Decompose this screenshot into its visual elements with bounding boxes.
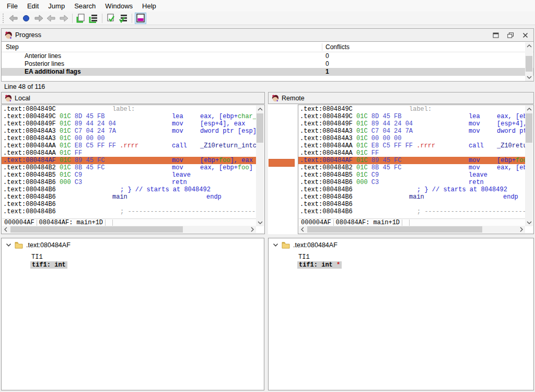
window-float-button[interactable] [507,32,514,38]
progress-row[interactable]: Anterior lines0 [2,52,533,60]
disasm-line[interactable]: .text:080484B6 [2,201,256,208]
disasm-line[interactable]: .text:0804849Clabel: [2,106,256,113]
disasm-line[interactable]: .text:0804849C 01C 8D 45 FBleaeax, [ebp+… [2,113,256,120]
accept-remote-doc-button[interactable] [105,13,117,24]
tree-node-label[interactable]: .text:080484AF [26,241,71,249]
tree-item-tif1[interactable]: tif1: int [30,261,67,269]
menu-file[interactable]: File [2,1,22,11]
menu-edit[interactable]: Edit [22,1,43,11]
next-diff-button[interactable] [58,13,69,24]
scroll-thumb[interactable] [526,113,532,143]
disasm-line[interactable]: .text:080484B6mainendp [2,193,256,201]
address: .text:080484A3 [3,128,56,135]
diff-marker[interactable] [269,159,295,167]
chevron-down-icon[interactable] [273,243,278,247]
menu-jump[interactable]: Jump [43,1,69,11]
scroll-right-icon[interactable] [249,226,256,233]
progress-titlebar[interactable]: Progress [1,28,534,42]
disasm-line[interactable]: .text:080484AA 01C E8 C5 FF FF .rrrrcall… [2,142,256,149]
disasm-line[interactable]: .text:080484B6; ------------------------… [2,208,256,215]
document-stack-icon [89,14,98,23]
tree-item-ti1[interactable]: TI1 [31,253,43,261]
disasm-line[interactable]: .text:080484B2 01C 8B 45 FCmoveax, [ebp+… [298,164,525,171]
remote-horizontal-scrollbar[interactable] [299,226,525,233]
scroll-down-icon[interactable] [256,219,264,226]
disasm-line[interactable]: .text:080484B6 [298,201,525,208]
scroll-left-icon[interactable] [2,226,9,233]
scroll-thumb[interactable] [526,56,532,72]
scroll-up-icon[interactable] [525,42,533,50]
disasm-line[interactable]: .text:080484B6 000 C3retn [2,179,256,186]
tree-node-address[interactable]: .text:080484AF [6,241,71,249]
accept-remote-list-button[interactable] [118,13,129,24]
tree-item-ti1[interactable]: TI1 [298,253,310,261]
disasm-line[interactable]: .text:080484AA 01C FF [298,149,525,157]
disasm-line[interactable]: .text:080484B6 000 C3retn [298,179,525,186]
disasm-line[interactable]: .text:080484B2 01C 8B 45 FCmoveax, [ebp+… [2,164,256,171]
disasm-line[interactable]: .text:080484B6; } // starts at 8048492 [2,186,256,193]
toolbar-drag-handle[interactable] [3,14,5,23]
scroll-thumb[interactable] [10,226,183,233]
disasm-line[interactable]: .text:080484A3 01C C7 04 24 7Amovdword p… [2,128,256,135]
local-vertical-scrollbar[interactable] [256,106,264,226]
forward-arrow-button[interactable] [33,13,44,24]
disasm-line[interactable]: .text:080484B5 01C C9leave [2,171,256,179]
disasm-line[interactable]: .text:0804849C 01C 8D 45 FBleaeax, [ebp+… [298,113,525,120]
menu-search[interactable]: Search [69,1,100,11]
scroll-down-icon[interactable] [525,74,533,81]
maximize-icon [493,32,499,38]
local-disassembly-listing[interactable]: .text:0804849Clabel:.text:0804849C 01C 8… [1,105,265,234]
opcode-bytes: 89 45 FC [368,157,402,164]
disasm-line[interactable]: .text:0804849F 01C 89 44 24 04mov[esp+4]… [2,120,256,128]
tree-node-label[interactable]: .text:080484AF [293,241,338,249]
current-position-button[interactable] [20,13,32,24]
disasm-line[interactable]: .text:080484B6; ------------------------… [298,208,525,215]
scroll-right-icon[interactable] [518,226,525,233]
disasm-line[interactable]: .text:080484AA 01C E8 C5 FF FF .rrrrcall… [298,142,525,149]
progress-scrollbar[interactable] [525,42,533,81]
disasm-line[interactable]: .text:080484A3 01C 00 00 00 [2,135,256,142]
remote-vertical-scrollbar[interactable] [525,106,533,226]
menu-help[interactable]: Help [137,1,161,11]
menu-windows[interactable]: Windows [100,1,137,11]
disasm-line[interactable]: .text:0804849F 01C 89 44 24 04mov[esp+4]… [298,120,525,128]
disasm-line[interactable]: .text:080484A3 01C C7 04 24 7Amovdword p… [298,128,525,135]
scroll-up-icon[interactable] [525,106,533,113]
disasm-line-current[interactable]: .text:080484AF 01C 89 45 FCmov[ebp+foo],… [2,157,256,164]
window-close-button[interactable] [522,32,528,38]
scroll-up-icon[interactable] [256,106,264,113]
back-arrow-button[interactable] [8,13,19,24]
column-conflicts[interactable]: Conflicts [322,43,350,51]
disasm-line[interactable]: .text:080484B6mainendp [298,193,525,201]
scroll-down-icon[interactable] [525,219,533,226]
prev-diff-button[interactable] [45,13,57,24]
chevron-down-icon[interactable] [6,243,11,247]
disasm-line[interactable]: .text:080484B6; } // starts at 8048492 [298,186,525,193]
table-header[interactable]: Step Conflicts [2,42,533,52]
tree-item-tif1[interactable]: tif1: int * [297,261,342,269]
disasm-line[interactable]: .text:080484AA 01C FF [2,149,256,157]
operand-text: dword ptr [esp], 7Ah [200,128,256,135]
accept-local-doc-button[interactable] [75,13,87,24]
disasm-line-current[interactable]: .text:080484AF 01C 89 45 FCmov[ebp+foo],… [298,157,525,164]
progress-row[interactable]: EA additional flags1 [2,68,533,76]
disasm-line[interactable]: .text:080484B5 01C C9leave [298,171,525,179]
local-horizontal-scrollbar[interactable] [2,226,256,233]
address: .text:080484B6 [300,193,353,201]
disasm-line[interactable]: .text:080484A3 01C 00 00 00 [298,135,525,142]
progress-row[interactable]: Posterior lines0 [2,60,533,68]
scroll-left-icon[interactable] [299,226,306,233]
scroll-thumb[interactable] [257,113,263,143]
disasm-line[interactable]: .text:0804849Clabel: [298,106,525,113]
address: .text:080484AA [3,142,56,149]
column-step[interactable]: Step [6,43,19,51]
tree-node-address[interactable]: .text:080484AF [273,241,338,249]
remote-panel-titlebar[interactable]: Remote [268,92,534,104]
scroll-thumb[interactable] [307,226,482,233]
remote-disassembly-listing[interactable]: .text:0804849Clabel:.text:0804849C 01C 8… [298,105,534,234]
local-panel-titlebar[interactable]: Local [1,92,265,104]
merge-view-toggle-button[interactable] [135,13,146,24]
accept-local-list-button[interactable] [88,13,99,24]
next-arrow-icon [59,15,68,22]
window-maximize-button[interactable] [493,32,499,38]
